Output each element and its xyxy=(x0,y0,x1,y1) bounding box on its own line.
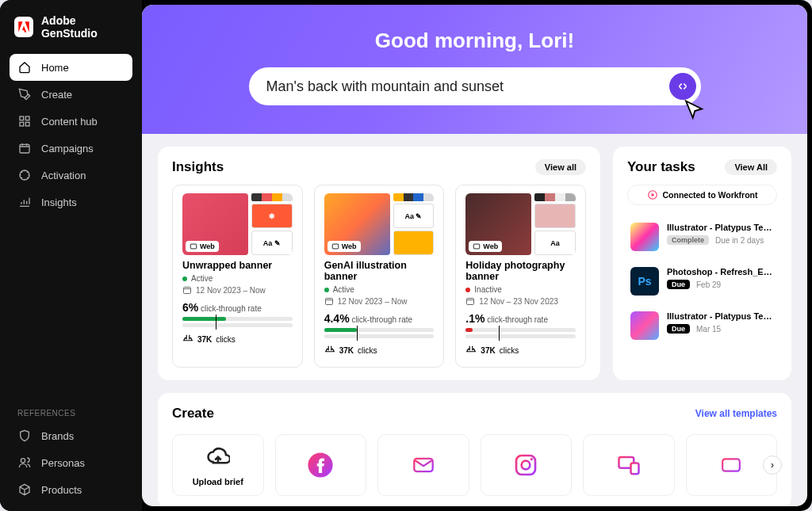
insight-card[interactable]: Aa ✎ Web GenAI illustration banner Activ… xyxy=(314,185,445,368)
upload-label: Upload brief xyxy=(193,477,243,486)
svg-rect-21 xyxy=(325,299,332,305)
svg-point-29 xyxy=(522,461,530,470)
sidebar-item-create[interactable]: Create xyxy=(10,81,132,108)
insights-title: Insights xyxy=(172,159,224,175)
tasks-panel: Your tasks View All Connected to Workfro… xyxy=(613,147,791,380)
search-input[interactable] xyxy=(266,78,669,95)
workfront-badge: Connected to Workfront xyxy=(627,185,777,205)
svg-rect-2 xyxy=(20,122,24,126)
sidebar-item-content-hub[interactable]: Content hub xyxy=(10,108,132,135)
task-badge: Due xyxy=(667,280,690,289)
svg-rect-18 xyxy=(190,244,197,249)
brand: Adobe GenStudio xyxy=(0,8,142,54)
activation-icon xyxy=(17,168,32,182)
web-tag: Web xyxy=(469,241,502,252)
task-row[interactable]: Illustrator - Platypus Test - Text... Du… xyxy=(627,303,777,348)
card-dates: 12 Nov – 23 Nov 2023 xyxy=(479,297,558,306)
insight-card[interactable]: Aa Web Holiday photography banner Inacti… xyxy=(455,185,586,368)
chart-icon xyxy=(17,195,32,209)
brush-icon xyxy=(17,87,32,101)
card-status: Inactive xyxy=(474,285,501,294)
greeting: Good morning, Lori! xyxy=(174,29,776,53)
upload-icon xyxy=(204,444,232,472)
card-dates: 12 Nov 2023 – Now xyxy=(338,297,408,306)
tasks-view-all[interactable]: View All xyxy=(725,159,777,175)
calendar-icon xyxy=(17,141,32,155)
nav-references: Brands Personas Products xyxy=(0,422,142,503)
template-facebook[interactable] xyxy=(275,434,367,496)
hero: Good morning, Lori! xyxy=(142,5,807,134)
svg-point-6 xyxy=(21,459,25,463)
task-title: Illustrator - Platypus Test - Text... xyxy=(667,311,774,321)
task-row[interactable]: Illustrator - Platypus Test - Text... Co… xyxy=(627,215,777,259)
insights-panel: Insights View all ✱ Aa ✎ Web xyxy=(158,147,600,380)
search-bar xyxy=(249,67,701,105)
svg-rect-33 xyxy=(722,459,740,471)
brand-name: Adobe GenStudio xyxy=(41,14,128,40)
task-date: Mar 15 xyxy=(696,325,721,334)
task-badge: Due xyxy=(667,324,690,334)
main: Good morning, Lori! Insights View all xyxy=(142,5,807,506)
template-devices[interactable] xyxy=(583,434,675,496)
sidebar-item-insights[interactable]: Insights xyxy=(10,189,132,215)
svg-rect-19 xyxy=(184,288,191,294)
task-date: Feb 29 xyxy=(696,280,721,289)
task-badge: Complete xyxy=(667,235,709,245)
card-status: Active xyxy=(333,285,354,294)
create-panel: Create View all templates Upload brief xyxy=(158,393,791,506)
nav-main: Home Create Content hub Campaigns Activa… xyxy=(0,54,142,215)
facebook-icon xyxy=(306,451,335,479)
card-title: Holiday photography banner xyxy=(465,260,576,282)
svg-rect-32 xyxy=(630,463,638,475)
search-button[interactable] xyxy=(669,73,696,100)
tasks-title: Your tasks xyxy=(627,159,695,175)
sidebar-item-label: Brands xyxy=(41,430,74,442)
view-all-templates[interactable]: View all templates xyxy=(695,408,777,419)
instagram-icon xyxy=(511,451,540,479)
template-instagram[interactable] xyxy=(481,434,573,496)
svg-rect-3 xyxy=(25,122,29,126)
insights-view-all[interactable]: View all xyxy=(535,159,586,175)
svg-point-30 xyxy=(530,458,533,460)
svg-rect-1 xyxy=(25,116,29,120)
sidebar-item-label: Activation xyxy=(41,170,86,181)
package-icon xyxy=(17,482,32,497)
insight-card[interactable]: ✱ Aa ✎ Web Unwrapped banner Active 12 No… xyxy=(172,185,303,368)
workfront-icon xyxy=(647,189,658,200)
templates-next[interactable]: › xyxy=(763,456,782,475)
sidebar: Adobe GenStudio Home Create Content hub … xyxy=(0,0,142,511)
template-email[interactable] xyxy=(377,434,469,496)
svg-rect-4 xyxy=(20,144,29,153)
create-title: Create xyxy=(172,406,214,421)
svg-rect-0 xyxy=(20,116,24,120)
sidebar-item-label: Products xyxy=(41,484,82,496)
sidebar-item-products[interactable]: Products xyxy=(10,476,132,503)
users-icon xyxy=(17,456,32,470)
email-icon xyxy=(409,451,438,479)
task-row[interactable]: Ps Photoshop - Refresh_EN_US DueFeb 29 xyxy=(627,259,777,303)
svg-point-5 xyxy=(20,170,29,180)
grid-icon xyxy=(17,114,32,128)
upload-brief-tile[interactable]: Upload brief xyxy=(172,434,264,496)
home-icon xyxy=(17,60,32,74)
devices-icon xyxy=(615,451,643,479)
card-icon xyxy=(717,451,745,479)
sidebar-item-home[interactable]: Home xyxy=(10,54,132,81)
svg-rect-20 xyxy=(332,244,339,249)
web-tag: Web xyxy=(186,241,219,252)
sidebar-item-activation[interactable]: Activation xyxy=(10,162,132,189)
sidebar-item-label: Create xyxy=(41,89,72,101)
svg-rect-23 xyxy=(467,299,474,305)
card-title: GenAI illustration banner xyxy=(324,260,435,282)
sidebar-item-campaigns[interactable]: Campaigns xyxy=(10,135,132,162)
card-title: Unwrapped banner xyxy=(182,260,293,271)
sidebar-item-brands[interactable]: Brands xyxy=(10,422,132,449)
task-title: Photoshop - Refresh_EN_US xyxy=(667,267,774,276)
task-date: Due in 2 days xyxy=(715,236,764,245)
sidebar-item-personas[interactable]: Personas xyxy=(10,449,132,476)
sidebar-item-label: Home xyxy=(41,62,69,74)
svg-rect-22 xyxy=(474,244,481,249)
card-dates: 12 Nov 2023 – Now xyxy=(196,286,266,295)
sidebar-item-label: Content hub xyxy=(41,116,98,128)
web-tag: Web xyxy=(327,241,361,252)
